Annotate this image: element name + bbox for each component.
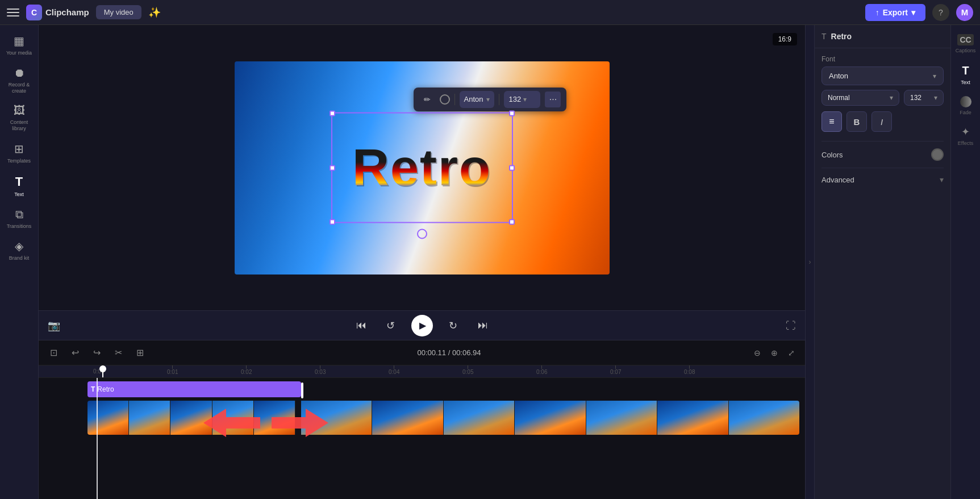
sidebar-item-templates[interactable]: ⊞ Templates [2, 138, 36, 169]
sidebar-item-record[interactable]: ⏺ Record & create [2, 62, 36, 99]
panel-title: Retro [831, 32, 852, 41]
bold-button[interactable]: B [846, 111, 867, 132]
text-track-right-handle[interactable] [301, 382, 303, 398]
skip-forward-button[interactable]: ⏭ [474, 317, 492, 335]
copy-tool[interactable]: ⊞ [132, 345, 148, 361]
main-layout: ▦ Your media ⏺ Record & create 🖼 Content… [0, 25, 980, 499]
right-tool-effects[interactable]: ✦ Effects [952, 121, 980, 151]
help-button[interactable]: ? [932, 4, 949, 21]
format-buttons-row: ≡ B I [821, 111, 944, 132]
advanced-label: Advanced [821, 176, 854, 184]
timeline: ⊡ ↩ ↪ ✂ ⊞ 00:00.11 / 00:06.94 ⊖ ⊕ ⤢ 0:00 [39, 340, 805, 499]
text-track-label: Retro [97, 385, 114, 393]
timeline-toolbar: ⊡ ↩ ↪ ✂ ⊞ 00:00.11 / 00:06.94 ⊖ ⊕ ⤢ [39, 340, 805, 365]
logo: C Clipchamp [26, 5, 89, 20]
timeline-tracks: T Retro [39, 378, 805, 499]
topbar: C Clipchamp My video ✨ ↑ Export ▾ ? M [0, 0, 980, 25]
crop-tool[interactable]: ⊡ [45, 345, 61, 361]
align-left-button[interactable]: ≡ [821, 111, 842, 132]
text-tool-label: Text [961, 80, 970, 86]
captions-icon: CC [957, 34, 973, 45]
forward-button[interactable]: ↻ [444, 317, 462, 335]
sidebar-item-label: Content library [5, 119, 34, 132]
sidebar-item-label: Your media [6, 50, 32, 56]
font-size-inline[interactable]: 132 ▾ [504, 91, 540, 108]
sidebar-item-label: Record & create [5, 82, 34, 94]
magic-icon: ✨ [148, 6, 161, 19]
content-library-icon: 🖼 [14, 104, 25, 117]
zoom-controls: ⊖ ⊕ ⤢ [750, 346, 798, 360]
more-options-button[interactable]: ··· [545, 92, 561, 107]
italic-button[interactable]: I [871, 111, 892, 132]
right-tool-fade[interactable]: Fade [952, 92, 980, 120]
font-section-label: Font [821, 55, 944, 63]
right-tool-text[interactable]: T Text [952, 60, 980, 90]
sidebar-item-label: Transitions [7, 223, 32, 230]
video-title-tab[interactable]: My video [96, 5, 141, 19]
topbar-right: ↑ Export ▾ ? M [865, 4, 973, 21]
sidebar-item-text[interactable]: T Text [2, 170, 36, 202]
circle-icon[interactable] [440, 94, 450, 105]
panel-type-icon: T [821, 32, 827, 41]
export-chevron: ▾ [911, 8, 915, 17]
video-track[interactable] [87, 401, 799, 435]
screenshot-button[interactable]: 📷 [48, 319, 60, 332]
zoom-in-button[interactable]: ⊕ [768, 346, 781, 360]
undo-button[interactable]: ↩ [67, 345, 83, 361]
transitions-icon: ⧉ [15, 208, 23, 221]
play-button[interactable]: ▶ [411, 315, 433, 336]
right-properties-panel: T Retro Font Anton ▾ Normal ▾ 132 [814, 25, 950, 499]
text-track[interactable]: T Retro [87, 381, 301, 397]
timeline-playhead [97, 378, 98, 499]
right-tool-captions[interactable]: CC Captions [952, 30, 980, 59]
text-track-row: T Retro [44, 381, 805, 400]
preview-area[interactable]: ✏ Anton ▾ 132 ▾ ··· [39, 25, 805, 310]
effects-icon: ✦ [961, 126, 970, 138]
color-picker[interactable] [931, 148, 944, 161]
menu-button[interactable] [7, 6, 19, 19]
timeline-ruler: 0:00 0:01 0:02 0:03 [39, 365, 805, 378]
zoom-out-button[interactable]: ⊖ [750, 346, 764, 360]
right-panel-collapse-handle[interactable]: › [805, 25, 814, 499]
zoom-fit-button[interactable]: ⤢ [785, 346, 798, 360]
video-track-row [44, 401, 805, 435]
topbar-left: C Clipchamp My video ✨ [7, 5, 161, 20]
font-size-select[interactable]: 132 ▾ [904, 90, 944, 106]
avatar[interactable]: M [956, 4, 973, 21]
brand-kit-icon: ◈ [15, 239, 23, 253]
text-properties: Font Anton ▾ Normal ▾ 132 ▾ ≡ [815, 48, 950, 499]
rewind-button[interactable]: ↺ [382, 317, 400, 335]
advanced-section[interactable]: Advanced ▾ [821, 168, 944, 191]
edit-pencil-icon[interactable]: ✏ [419, 92, 435, 107]
effects-label: Effects [958, 140, 973, 147]
fade-icon [960, 96, 971, 107]
export-button[interactable]: ↑ Export ▾ [865, 4, 925, 21]
scissors-tool[interactable]: ✂ [110, 345, 126, 361]
play-icon: ▶ [419, 320, 426, 331]
skip-back-button[interactable]: ⏮ [352, 317, 370, 335]
right-tool-icons: CC Captions T Text Fade ✦ Effects [950, 25, 980, 499]
record-icon: ⏺ [14, 66, 25, 80]
sidebar-item-label: Brand kit [9, 255, 30, 261]
colors-section[interactable]: Colors [821, 141, 944, 168]
sidebar-item-your-media[interactable]: ▦ Your media [2, 30, 36, 61]
font-style-select[interactable]: Normal ▾ [821, 90, 899, 106]
fade-label: Fade [960, 110, 971, 116]
your-media-icon: ▦ [14, 34, 24, 48]
playback-controls: 📷 ⏮ ↺ ▶ ↻ ⏭ ⛶ [39, 310, 805, 340]
toolbar-separator [454, 94, 455, 105]
text-track-type-icon: T [91, 385, 95, 393]
toolbar-separator-2 [499, 94, 499, 105]
inline-toolbar: ✏ Anton ▾ 132 ▾ ··· [414, 88, 567, 111]
right-panels: › T Retro Font Anton ▾ Normal ▾ [805, 25, 980, 499]
export-icon: ↑ [875, 8, 879, 17]
fullscreen-button[interactable]: ⛶ [786, 319, 796, 331]
font-selector-inline[interactable]: Anton ▾ [460, 91, 495, 108]
preview-canvas: ✏ Anton ▾ 132 ▾ ··· [235, 61, 610, 275]
sidebar-item-brand-kit[interactable]: ◈ Brand kit [2, 235, 36, 266]
redo-button[interactable]: ↪ [89, 345, 105, 361]
font-selector[interactable]: Anton ▾ [821, 66, 944, 85]
aspect-ratio-badge: 16:9 [773, 33, 797, 45]
sidebar-item-transitions[interactable]: ⧉ Transitions [2, 203, 36, 234]
sidebar-item-content-library[interactable]: 🖼 Content library [2, 99, 36, 136]
